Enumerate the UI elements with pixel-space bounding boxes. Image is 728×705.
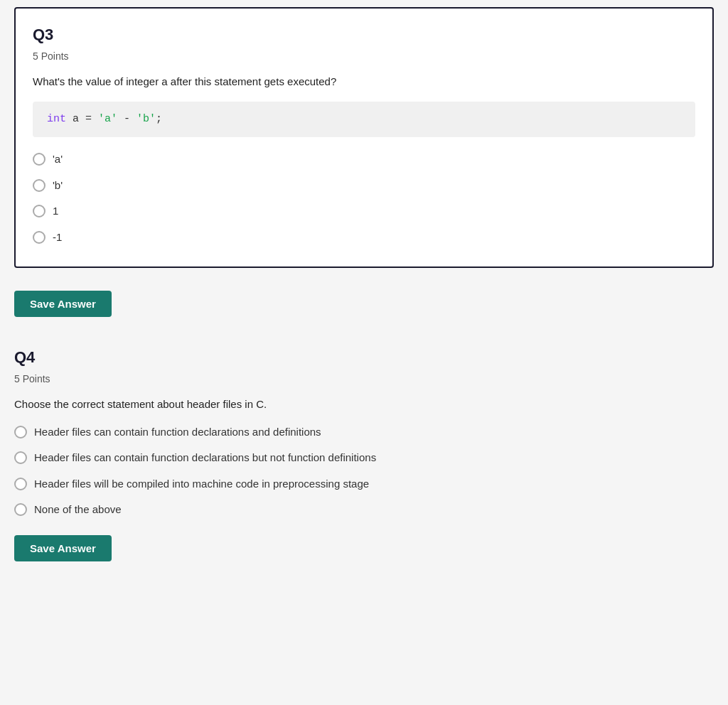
q3-question-text: What's the value of integer a after this…	[33, 74, 695, 90]
code-string-a: 'a'	[98, 113, 117, 125]
code-string-b: 'b'	[136, 113, 156, 125]
q3-option-1-label: 'a'	[53, 151, 63, 168]
q4-radio-4[interactable]	[14, 503, 27, 516]
page-container: Q3 5 Points What's the value of integer …	[0, 0, 728, 590]
q3-radio-2[interactable]	[33, 179, 46, 192]
q3-option-2[interactable]: 'b'	[33, 178, 695, 194]
q3-radio-3[interactable]	[33, 205, 46, 217]
q4-question-text: Choose the correct statement about heade…	[14, 397, 714, 413]
q4-options-list: Header files can contain function declar…	[14, 424, 714, 518]
q4-radio-2[interactable]	[14, 451, 27, 464]
code-keyword-int: int	[47, 113, 66, 125]
q3-radio-4[interactable]	[33, 231, 46, 244]
code-semicolon: ;	[156, 113, 162, 125]
q4-option-3[interactable]: Header files will be compiled into machi…	[14, 476, 714, 493]
q4-radio-1[interactable]	[14, 426, 27, 438]
q3-option-4-label: -1	[53, 230, 62, 246]
q3-save-answer-button[interactable]: Save Answer	[14, 291, 112, 317]
q4-option-3-label: Header files will be compiled into machi…	[34, 476, 369, 493]
q4-radio-3[interactable]	[14, 478, 27, 490]
q3-option-3[interactable]: 1	[33, 203, 695, 220]
q4-points: 5 Points	[14, 372, 714, 387]
q4-option-4-label: None of the above	[34, 502, 122, 518]
q4-save-answer-button[interactable]: Save Answer	[14, 535, 112, 561]
q3-title: Q3	[33, 23, 695, 46]
q3-card: Q3 5 Points What's the value of integer …	[14, 7, 714, 268]
q4-section: Q4 5 Points Choose the correct statement…	[14, 338, 714, 561]
q3-option-2-label: 'b'	[53, 178, 63, 194]
code-variable: a =	[66, 113, 98, 125]
q3-options-list: 'a' 'b' 1 -1	[33, 151, 695, 245]
q3-option-3-label: 1	[53, 203, 58, 220]
q3-radio-1[interactable]	[33, 153, 46, 166]
code-operator: -	[117, 113, 136, 125]
q4-title: Q4	[14, 345, 714, 369]
q4-option-2-label: Header files can contain function declar…	[34, 450, 376, 466]
section-gap	[14, 317, 714, 338]
q4-option-1-label: Header files can contain function declar…	[34, 424, 321, 441]
q4-option-4[interactable]: None of the above	[14, 502, 714, 518]
q3-option-1[interactable]: 'a'	[33, 151, 695, 168]
q3-option-4[interactable]: -1	[33, 230, 695, 246]
q4-option-2[interactable]: Header files can contain function declar…	[14, 450, 714, 466]
q3-points: 5 Points	[33, 49, 695, 64]
q3-code-block: int a = 'a' - 'b';	[33, 102, 695, 138]
q4-option-1[interactable]: Header files can contain function declar…	[14, 424, 714, 441]
